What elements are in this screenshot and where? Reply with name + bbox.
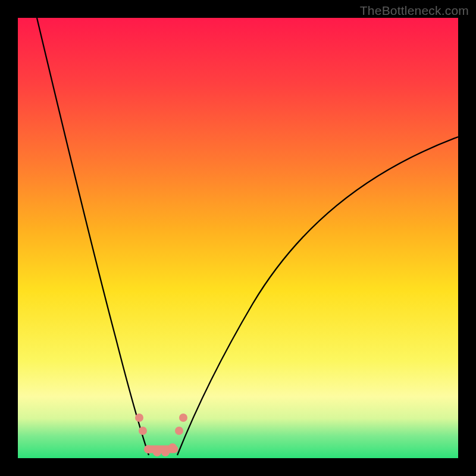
trough-marker xyxy=(168,443,177,452)
left-curve-path xyxy=(37,18,149,455)
right-curve-path xyxy=(177,137,458,455)
trough-marker xyxy=(161,448,170,456)
trough-marker xyxy=(139,427,147,435)
trough-marker xyxy=(144,445,152,453)
trough-marker xyxy=(135,414,143,422)
watermark-text: TheBottleneck.com xyxy=(360,4,469,18)
chart-svg xyxy=(18,18,458,458)
trough-marker xyxy=(153,448,161,456)
trough-marker xyxy=(179,414,187,422)
trough-marker xyxy=(175,427,183,435)
chart-plot-area xyxy=(18,18,458,458)
